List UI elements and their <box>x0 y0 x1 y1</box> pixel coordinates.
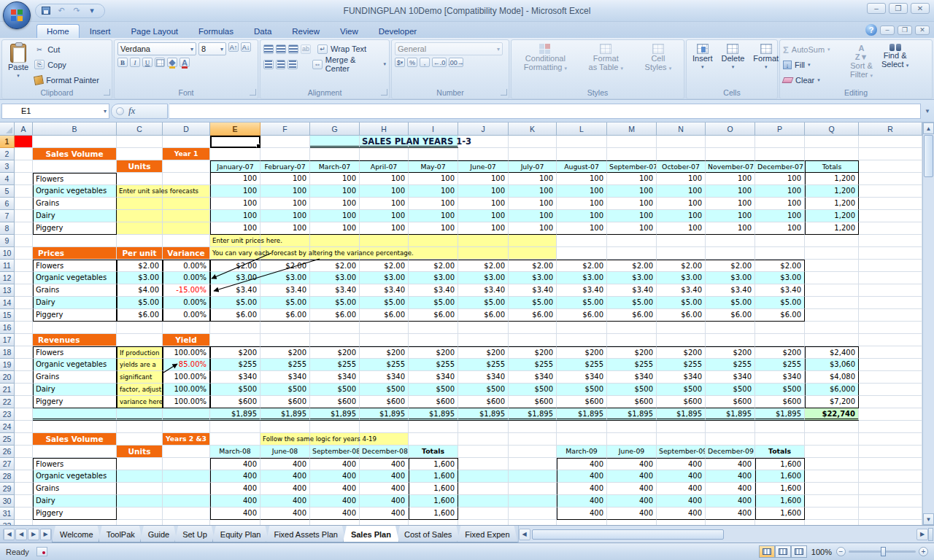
cell-M16[interactable] <box>607 322 657 334</box>
cell-R1[interactable] <box>859 136 922 148</box>
cell-B12[interactable]: Organic vegetables <box>33 272 117 284</box>
cell-K9[interactable] <box>509 235 557 247</box>
cell-E19[interactable]: $255 <box>210 359 260 371</box>
cell-K23[interactable]: $1,895 <box>509 408 557 421</box>
col-header-H[interactable]: H <box>360 122 409 136</box>
cell-O13[interactable]: $3.40 <box>706 284 755 297</box>
cell-H11[interactable]: $2.00 <box>360 260 409 272</box>
cell-M31[interactable]: 400 <box>607 508 657 520</box>
cell-R9[interactable] <box>859 235 922 247</box>
cell-P3[interactable]: December-07 <box>755 160 805 173</box>
cell-G19[interactable]: $255 <box>310 359 360 371</box>
cell-C5[interactable]: Enter unit sales forecasts <box>117 185 163 198</box>
cell-L4[interactable]: 100 <box>557 173 607 185</box>
cell-A4[interactable] <box>15 173 33 185</box>
autosum-button[interactable]: ΣAutoSum▾ <box>783 43 844 56</box>
col-header-K[interactable]: K <box>509 122 557 136</box>
cell-R10[interactable] <box>859 247 922 260</box>
cell-C3[interactable]: Units <box>117 160 163 173</box>
cell-G4[interactable]: 100 <box>310 173 360 185</box>
cell-E27[interactable]: 400 <box>210 458 260 470</box>
cell-N18[interactable]: $200 <box>657 346 706 359</box>
row-header-15[interactable]: 15 <box>0 309 15 322</box>
cell-O22[interactable]: $600 <box>706 396 755 408</box>
cell-P28[interactable]: 1,600 <box>755 470 805 483</box>
cell-D11[interactable]: 0.00% <box>163 260 210 272</box>
cell-J14[interactable]: $5.00 <box>458 297 509 309</box>
sheet-tab-cost-of-sales[interactable]: Cost of Sales <box>396 526 460 542</box>
cell-L20[interactable]: $340 <box>557 371 607 384</box>
cell-C12[interactable]: $3.00 <box>117 272 163 284</box>
cell-A14[interactable] <box>15 297 33 309</box>
scroll-right-icon[interactable]: ▶ <box>916 529 928 540</box>
cell-I19[interactable]: $255 <box>409 359 458 371</box>
cell-Q1[interactable] <box>805 136 859 148</box>
cell-D23[interactable] <box>163 408 210 421</box>
zoom-track[interactable] <box>849 551 916 553</box>
cell-L27[interactable]: 400 <box>557 458 607 470</box>
cell-R27[interactable] <box>859 458 922 470</box>
cell-Q27[interactable] <box>805 458 859 470</box>
cell-M32[interactable] <box>607 520 657 525</box>
cell-N24[interactable] <box>657 421 706 433</box>
cell-R25[interactable] <box>859 433 922 446</box>
cell-C27[interactable] <box>117 458 163 470</box>
cell-O14[interactable]: $5.00 <box>706 297 755 309</box>
cell-E20[interactable]: $340 <box>210 371 260 384</box>
cell-N12[interactable]: $3.00 <box>657 272 706 284</box>
cell-L23[interactable]: $1,895 <box>557 408 607 421</box>
cell-L28[interactable]: 400 <box>557 470 607 483</box>
cell-R11[interactable] <box>859 260 922 272</box>
tab-review[interactable]: Review <box>282 24 330 38</box>
cell-A31[interactable] <box>15 508 33 520</box>
cell-J28[interactable] <box>458 470 509 483</box>
increase-decimal-button[interactable]: ←.0 <box>432 58 447 67</box>
col-header-D[interactable]: D <box>163 122 210 136</box>
tab-split-handle[interactable] <box>928 528 933 541</box>
cell-O26[interactable]: December-09 <box>706 446 755 458</box>
cell-P15[interactable]: $6.00 <box>755 309 805 322</box>
cell-F31[interactable]: 400 <box>260 508 310 520</box>
cell-E2[interactable] <box>210 148 260 160</box>
col-header-N[interactable]: N <box>657 122 706 136</box>
tab-view[interactable]: View <box>330 24 368 38</box>
cell-F11[interactable]: $2.00 <box>260 260 310 272</box>
cell-Q16[interactable] <box>805 322 859 334</box>
cut-button[interactable]: ✂Cut <box>34 43 99 56</box>
cell-Q12[interactable] <box>805 272 859 284</box>
cell-K27[interactable] <box>509 458 557 470</box>
cell-N15[interactable]: $6.00 <box>657 309 706 322</box>
font-size-select[interactable]: 8▾ <box>198 42 226 55</box>
cell-G31[interactable]: 400 <box>310 508 360 520</box>
cell-Q26[interactable] <box>805 446 859 458</box>
cell-P29[interactable]: 1,600 <box>755 483 805 495</box>
cell-R30[interactable] <box>859 495 922 508</box>
cell-Q30[interactable] <box>805 495 859 508</box>
cell-K20[interactable]: $340 <box>509 371 557 384</box>
cell-L19[interactable]: $255 <box>557 359 607 371</box>
cell-E15[interactable]: $6.00 <box>210 309 260 322</box>
cell-B23[interactable] <box>33 408 117 421</box>
cell-L2[interactable] <box>557 148 607 160</box>
cell-E25[interactable] <box>210 433 260 446</box>
row-header-7[interactable]: 7 <box>0 210 15 222</box>
cell-I11[interactable]: $2.00 <box>409 260 458 272</box>
cell-M9[interactable] <box>607 235 657 247</box>
col-header-C[interactable]: C <box>117 122 163 136</box>
cell-C24[interactable] <box>117 421 163 433</box>
cell-J13[interactable]: $3.40 <box>458 284 509 297</box>
cell-I13[interactable]: $3.40 <box>409 284 458 297</box>
cell-N29[interactable]: 400 <box>657 483 706 495</box>
cell-R3[interactable] <box>859 160 922 173</box>
cell-N3[interactable]: October-07 <box>657 160 706 173</box>
cell-G20[interactable]: $340 <box>310 371 360 384</box>
cell-A8[interactable] <box>15 222 33 235</box>
cell-G26[interactable]: September-08 <box>310 446 360 458</box>
cell-N9[interactable] <box>657 235 706 247</box>
cell-E29[interactable]: 400 <box>210 483 260 495</box>
cell-F16[interactable] <box>260 322 310 334</box>
cell-I2[interactable] <box>409 148 458 160</box>
cell-D3[interactable] <box>163 160 210 173</box>
cell-P17[interactable] <box>755 334 805 346</box>
cell-P11[interactable]: $2.00 <box>755 260 805 272</box>
